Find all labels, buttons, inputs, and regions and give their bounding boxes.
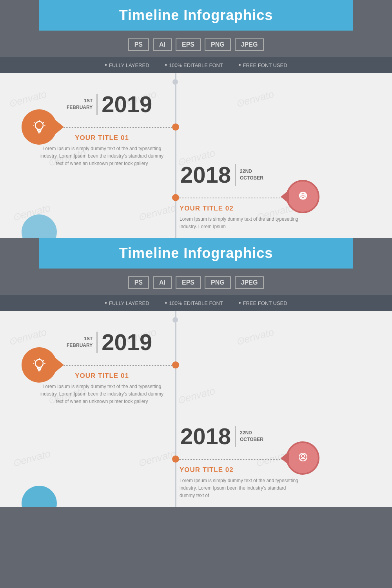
item1-icon-bubble xyxy=(22,109,57,145)
format-ai-2: AI xyxy=(153,276,172,289)
features-bar-2: •FULLY LAYERED •100% EDITABLE FONT •FREE… xyxy=(0,295,392,311)
watermark-2a: ⊙envato xyxy=(7,326,48,348)
item4-date-area: 2018 22ND OCTOBER xyxy=(180,425,263,448)
location-pin-icon-1 xyxy=(296,189,310,204)
svg-line-4 xyxy=(34,122,35,123)
item1-date-year: 2019 xyxy=(102,93,152,116)
item2-date-year: 2018 xyxy=(180,163,231,186)
item3-content: YOUR TITLE 01 Lorem Ipsum is simply dumm… xyxy=(39,372,165,406)
header-title-2: Timeline Infographics xyxy=(47,245,345,261)
timeline-top-dot-2 xyxy=(172,317,178,323)
feature-font-2: •FREE FONT USED xyxy=(239,299,287,307)
svg-line-16 xyxy=(43,360,44,361)
item5-icon-preview xyxy=(22,486,57,507)
format-ps-2: PS xyxy=(128,276,149,289)
format-jpeg-1: JPEG xyxy=(235,38,264,51)
svg-line-15 xyxy=(34,360,35,361)
item2-timeline-dot xyxy=(172,194,179,201)
location-pin-icon-2 xyxy=(296,451,310,466)
header-banner-2: Timeline Infographics xyxy=(39,238,353,269)
item4-timeline-dot xyxy=(172,456,179,463)
item2-date-divider xyxy=(235,164,236,186)
bubble-pointer-right-3 xyxy=(55,358,64,372)
item1-content: YOUR TITLE 01 Lorem Ipsum is simply dumm… xyxy=(39,134,165,168)
item4-date-divider xyxy=(235,426,236,447)
section-1: Timeline Infographics PS AI EPS PNG JPEG… xyxy=(0,0,392,238)
watermark-2f: ⊙envato xyxy=(11,448,52,470)
timeline-area-1: ⊙envato ⊙envato ⊙envato ⊙envato ⊙envato … xyxy=(0,73,392,238)
feature-font-1: •FREE FONT USED xyxy=(239,62,287,69)
svg-point-11 xyxy=(35,359,43,367)
item2-body: Lorem Ipsum is simply dummy text of the … xyxy=(180,216,301,230)
watermark-1a: ⊙envato xyxy=(7,88,48,110)
svg-point-19 xyxy=(301,454,305,457)
item2-date-area: 2018 22ND OCTOBER xyxy=(180,163,263,186)
item4-icon-bubble xyxy=(286,441,319,475)
item3-icon-bubble xyxy=(22,347,57,383)
format-ps-1: PS xyxy=(128,38,149,51)
format-jpeg-2: JPEG xyxy=(235,276,264,289)
item3-body: Lorem Ipsum is simply dummy text of the … xyxy=(39,383,165,406)
format-ai-1: AI xyxy=(153,38,172,51)
watermark-1c: ⊙envato xyxy=(234,88,276,110)
feature-editable-2: •100% EDITABLE FONT xyxy=(165,299,223,307)
feature-layered-2: •FULLY LAYERED xyxy=(105,299,149,307)
watermark-1g: ⊙envato xyxy=(136,202,178,224)
item2-title: YOUR TITLE 02 xyxy=(180,205,301,212)
format-eps-2: EPS xyxy=(176,276,201,289)
header-title-1: Timeline Infographics xyxy=(47,7,345,24)
item3-dotted-line xyxy=(61,365,172,366)
item3-date-year: 2019 xyxy=(102,331,152,354)
item3-title: YOUR TITLE 01 xyxy=(39,372,165,380)
header-banner-1: Timeline Infographics xyxy=(39,0,353,31)
item1-date-area: 1ST FEBRUARY 2019 xyxy=(67,93,152,116)
section-2: Timeline Infographics PS AI EPS PNG JPEG… xyxy=(0,238,392,507)
item4-dotted-line xyxy=(179,459,283,460)
features-bar-1: •FULLY LAYERED •100% EDITABLE FONT •FREE… xyxy=(0,57,392,73)
item2-dotted-line xyxy=(179,198,283,198)
item1-timeline-dot xyxy=(172,123,179,131)
item4-date-year: 2018 xyxy=(180,425,231,448)
item1-dotted-line xyxy=(61,127,172,128)
item2-content: YOUR TITLE 02 Lorem Ipsum is simply dumm… xyxy=(180,205,301,230)
item4-content: YOUR TITLE 02 Lorem Ipsum is simply dumm… xyxy=(180,466,301,500)
bubble-pointer-left-4 xyxy=(281,451,289,465)
item3-date-divider xyxy=(96,332,98,353)
svg-point-0 xyxy=(35,122,43,129)
item1-title: YOUR TITLE 01 xyxy=(39,134,165,142)
item3-timeline-dot xyxy=(172,361,179,368)
watermark-2c: ⊙envato xyxy=(234,326,276,348)
watermark-2e: ⊙envato xyxy=(176,385,217,407)
item1-body: Lorem Ipsum is simply dummy text of the … xyxy=(39,145,165,168)
format-png-1: PNG xyxy=(205,38,231,51)
timeline-line-1 xyxy=(175,73,176,238)
format-eps-1: EPS xyxy=(176,38,201,51)
timeline-area-2: ⊙envato ⊙envato ⊙envato ⊙envato ⊙envato … xyxy=(0,311,392,507)
item3-date-area: 1ST FEBRUARY 2019 xyxy=(67,331,152,354)
svg-line-5 xyxy=(43,122,44,123)
item2-icon-bubble xyxy=(286,180,319,213)
item1-date-divider xyxy=(96,94,98,115)
item2-date-small: 22ND OCTOBER xyxy=(240,168,263,181)
item3-icon-preview-1 xyxy=(22,214,57,238)
item1-date-small: 1ST FEBRUARY xyxy=(67,98,93,111)
lightbulb-icon-1 xyxy=(31,119,47,135)
timeline-top-dot-1 xyxy=(172,79,178,85)
item4-date-small: 22ND OCTOBER xyxy=(240,430,263,443)
bubble-pointer-right-1 xyxy=(55,120,64,134)
item4-title: YOUR TITLE 02 xyxy=(180,466,301,474)
timeline-line-2 xyxy=(175,311,176,507)
format-badges-1: PS AI EPS PNG JPEG xyxy=(0,31,392,57)
watermark-2g: ⊙envato xyxy=(136,448,178,470)
feature-editable-1: •100% EDITABLE FONT xyxy=(165,62,223,69)
feature-layered-1: •FULLY LAYERED xyxy=(105,62,149,69)
format-png-2: PNG xyxy=(205,276,231,289)
format-badges-2: PS AI EPS PNG JPEG xyxy=(0,269,392,295)
bubble-pointer-left-2 xyxy=(281,190,289,204)
item3-date-small: 1ST FEBRUARY xyxy=(67,336,93,349)
item4-body: Lorem Ipsum is simply dummy text of the … xyxy=(180,477,301,500)
lightbulb-icon-2 xyxy=(31,357,47,373)
